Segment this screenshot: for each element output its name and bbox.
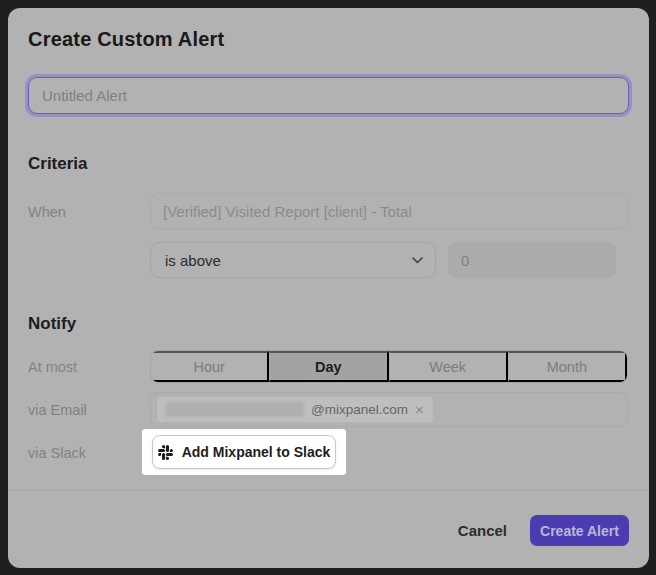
cancel-button[interactable]: Cancel bbox=[456, 518, 509, 543]
frequency-option-day[interactable]: Day bbox=[269, 351, 388, 382]
email-recipients-field[interactable]: @mixpanel.com × bbox=[150, 392, 628, 427]
walkthrough-spotlight: Add Mixpanel to Slack bbox=[142, 429, 346, 475]
frequency-option-hour[interactable]: Hour bbox=[151, 351, 269, 382]
redacted-email-name bbox=[166, 402, 304, 417]
condition-dropdown[interactable]: is above bbox=[150, 242, 436, 278]
notify-heading: Notify bbox=[28, 314, 76, 334]
slack-icon bbox=[158, 445, 173, 460]
frequency-option-month[interactable]: Month bbox=[508, 351, 627, 382]
threshold-input[interactable] bbox=[448, 242, 616, 278]
add-mixpanel-to-slack-button[interactable]: Add Mixpanel to Slack bbox=[152, 435, 336, 469]
email-chip-domain: @mixpanel.com bbox=[311, 402, 408, 417]
dialog-title: Create Custom Alert bbox=[28, 28, 224, 51]
alert-name-input[interactable] bbox=[28, 77, 629, 114]
via-slack-label: via Slack bbox=[28, 445, 86, 461]
email-chip: @mixpanel.com × bbox=[157, 397, 433, 422]
footer-divider bbox=[8, 490, 649, 491]
chevron-down-icon bbox=[412, 257, 423, 264]
create-alert-button[interactable]: Create Alert bbox=[530, 515, 629, 546]
metric-field[interactable] bbox=[150, 193, 628, 229]
criteria-heading: Criteria bbox=[28, 154, 88, 174]
frequency-option-week[interactable]: Week bbox=[389, 351, 508, 382]
condition-dropdown-value: is above bbox=[165, 252, 412, 269]
frequency-segmented-control: HourDayWeekMonth bbox=[150, 350, 628, 383]
email-chip-remove-icon[interactable]: × bbox=[415, 402, 424, 417]
slack-button-label: Add Mixpanel to Slack bbox=[182, 444, 331, 460]
via-email-label: via Email bbox=[28, 402, 87, 418]
create-custom-alert-dialog: Create Custom Alert Criteria When is abo… bbox=[8, 8, 649, 568]
dialog-footer: Cancel Create Alert bbox=[456, 515, 629, 546]
at-most-label: At most bbox=[28, 359, 77, 375]
when-label: When bbox=[28, 204, 66, 220]
